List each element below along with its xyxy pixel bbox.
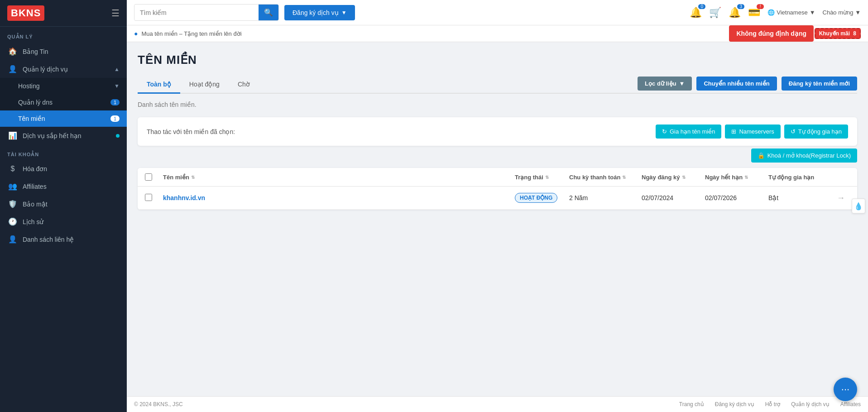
sidebar-logo: BKNS ☰ <box>0 0 127 27</box>
sidebar-item-label: Dịch vụ sắp hết hạn <box>23 132 120 139</box>
sidebar-item-lich-su[interactable]: 🕐 Lịch sử <box>0 213 127 230</box>
header-icons: 🔔 0 🛒 🔔 3 💳 ! 🌐 Vietnamese ▼ <box>690 7 861 19</box>
lock-button[interactable]: 🔒 Khoá / mở khoá(Registrar Lock) <box>751 149 857 163</box>
chevron-down-icon: ▼ <box>341 10 347 16</box>
row-checkbox[interactable] <box>145 194 163 202</box>
sidebar-item-label: Hóa đơn <box>23 165 120 172</box>
sidebar-item-label: Hosting <box>18 82 114 90</box>
col-ten-mien[interactable]: Tên miền ⇅ <box>163 173 515 181</box>
greeting-text[interactable]: Chào mừng ▼ <box>823 9 861 16</box>
sidebar-item-bao-mat[interactable]: 🛡️ Bảo mật <box>0 195 127 213</box>
payment-badge: ! <box>757 4 764 9</box>
sidebar-item-bang-tin[interactable]: 🏠 Bảng Tin <box>0 43 127 60</box>
sort-icon: ⇅ <box>191 175 195 180</box>
globe-icon: 🌐 <box>767 9 775 16</box>
footer-link-trang-chu[interactable]: Trang chủ <box>679 401 704 407</box>
copyright-text: © 2024 BKNS., JSC <box>134 401 183 407</box>
content-area: TÊN MIỀN Toàn bộ Hoạt động Chờ Lọc dữ li… <box>127 42 868 396</box>
dollar-icon: $ <box>7 165 18 173</box>
sort-icon: ⇅ <box>682 175 686 180</box>
col-trang-thai[interactable]: Trạng thái ⇅ <box>515 173 569 181</box>
chat-button[interactable]: ··· <box>834 378 857 401</box>
language-selector[interactable]: 🌐 Vietnamese ▼ <box>767 9 815 16</box>
domain-list-hint: Danh sách tên miền. <box>138 94 857 112</box>
renew-icon: ↻ <box>662 128 667 135</box>
tab-cho[interactable]: Chờ <box>229 76 259 94</box>
bell-button[interactable]: 🔔 3 <box>729 7 741 19</box>
sidebar-item-label: Danh sách liên hệ <box>23 236 120 243</box>
hamburger-icon[interactable]: ☰ <box>111 8 120 19</box>
bell-badge: 3 <box>737 4 744 9</box>
tabs-row: Toàn bộ Hoạt động Chờ Lọc dữ liệu ▼ Chuy… <box>138 76 857 94</box>
table-header: Tên miền ⇅ Trạng thái ⇅ Chu kỳ thanh toá… <box>138 168 857 187</box>
home-icon: 🏠 <box>7 47 18 56</box>
chevron-up-icon: ▲ <box>114 66 120 72</box>
chart-icon: 📊 <box>7 131 18 140</box>
renew-button[interactable]: ↻ Gia hạn tên miền <box>656 125 722 139</box>
tab-hoat-dong[interactable]: Hoạt động <box>180 76 229 94</box>
sidebar-item-affiliates[interactable]: 👥 Affiliates <box>0 177 127 195</box>
row-chu-ky: 2 Năm <box>569 194 642 201</box>
cart-button[interactable]: 🛒 <box>709 7 721 19</box>
col-checkbox <box>145 173 163 181</box>
chevron-down-icon: ▼ <box>855 9 861 16</box>
sidebar-item-label: Bảo mật <box>23 201 120 208</box>
ns-icon: ⊞ <box>731 128 736 135</box>
footer-link-quan-ly[interactable]: Quản lý dịch vụ <box>791 401 830 407</box>
footer-link-dang-ky[interactable]: Đăng ký dịch vụ <box>715 401 754 407</box>
footer-link-ho-tro[interactable]: Hỗ trợ <box>765 401 780 407</box>
sidebar-item-hoa-don[interactable]: $ Hóa đơn <box>0 160 127 177</box>
auto-renew-button[interactable]: ↺ Tự động gia hạn <box>784 125 848 139</box>
user-icon: 👤 <box>7 65 18 73</box>
batch-actions: ↻ Gia hạn tên miền ⊞ Nameservers ↺ Tự độ… <box>656 125 848 139</box>
contact-icon: 👤 <box>7 235 18 244</box>
sidebar-item-hosting[interactable]: Hosting ▼ <box>0 78 127 94</box>
sidebar-item-quan-ly-dns[interactable]: Quản lý dns 1 <box>0 94 127 110</box>
footer-link-affiliates[interactable]: Affiliates <box>840 401 861 407</box>
sidebar: BKNS ☰ QUẢN LÝ 🏠 Bảng Tin 👤 Quản lý dịch… <box>0 0 127 412</box>
col-ngay-dang-ky[interactable]: Ngày đăng ký ⇅ <box>642 173 705 181</box>
promo-dot: ● <box>134 30 138 37</box>
search-button[interactable]: 🔍 <box>259 5 278 20</box>
sidebar-item-danh-sach-lien-he[interactable]: 👤 Danh sách liên hệ <box>0 230 127 248</box>
row-domain[interactable]: khanhnv.id.vn <box>163 194 515 201</box>
register-new-domain-button[interactable]: Đăng ký tên miền mới <box>782 77 857 91</box>
batch-action-bar: Thao tác với tên miền đã chọn: ↻ Gia hạn… <box>138 117 857 146</box>
chevron-down-icon: ▼ <box>810 9 815 16</box>
transfer-button[interactable]: Chuyển nhiều tên miền <box>696 77 777 91</box>
chevron-down-icon: ▼ <box>114 83 120 89</box>
row-arrow-button[interactable]: → <box>832 193 850 203</box>
sidebar-item-quan-ly-dich-vu[interactable]: 👤 Quản lý dịch vụ ▲ <box>0 60 127 78</box>
register-service-button[interactable]: Đăng ký dịch vụ ▼ <box>284 5 355 20</box>
sidebar-item-label: Tên miền <box>18 115 108 122</box>
row-ngay-het-han: 02/07/2026 <box>705 194 768 201</box>
sidebar-item-label: Quản lý dns <box>18 99 108 106</box>
main-area: 🔍 Đăng ký dịch vụ ▼ 🔔 0 🛒 🔔 3 💳 ! <box>127 0 868 412</box>
payment-button[interactable]: 💳 ! <box>748 7 760 19</box>
footer: © 2024 BKNS., JSC Trang chủ Đăng ký dịch… <box>127 396 868 412</box>
filter-button[interactable]: Lọc dữ liệu ▼ <box>638 77 692 91</box>
sidebar-item-dich-vu-sap-het-han[interactable]: 📊 Dịch vụ sắp hết hạn <box>0 127 127 144</box>
col-tu-dong: Tự động gia hạn <box>768 173 832 181</box>
row-ngay-dang-ky: 02/07/2024 <box>642 194 705 201</box>
helper-button[interactable]: 💧 <box>852 199 865 214</box>
tab-toan-bo[interactable]: Toàn bộ <box>138 76 180 94</box>
auto-icon: ↺ <box>791 128 796 135</box>
sort-icon: ⇅ <box>622 175 626 180</box>
search-input[interactable] <box>134 5 259 20</box>
sidebar-item-ten-mien[interactable]: Tên miền 1 <box>0 110 127 127</box>
col-chu-ky[interactable]: Chu kỳ thanh toán ⇅ <box>569 173 642 181</box>
nameservers-button[interactable]: ⊞ Nameservers <box>725 125 780 139</box>
sort-icon: ⇅ <box>545 175 549 180</box>
notifications-button[interactable]: 🔔 0 <box>690 7 702 19</box>
domain-table: Tên miền ⇅ Trạng thái ⇅ Chu kỳ thanh toá… <box>138 168 857 210</box>
dot-badge <box>116 134 120 138</box>
error-tooltip: Không đúng định dạng <box>729 25 814 42</box>
sidebar-item-label: Quản lý dịch vụ <box>23 66 114 73</box>
col-ngay-het-han[interactable]: Ngày hết hạn ⇅ <box>705 173 768 181</box>
lock-icon: 🔒 <box>758 152 765 159</box>
row-tu-dong: Bật <box>768 194 832 201</box>
promo-text: Mua tên miền – Tặng ten miền lên đời <box>141 30 814 37</box>
dns-badge: 1 <box>110 99 120 105</box>
select-all-checkbox[interactable] <box>145 173 152 181</box>
